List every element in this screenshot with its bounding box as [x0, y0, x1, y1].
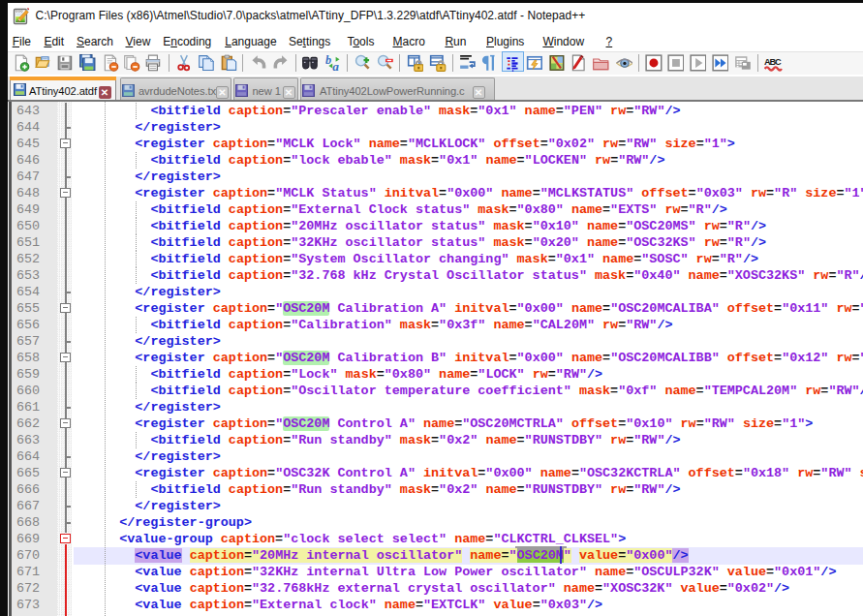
svg-text:ABC: ABC: [764, 57, 782, 67]
